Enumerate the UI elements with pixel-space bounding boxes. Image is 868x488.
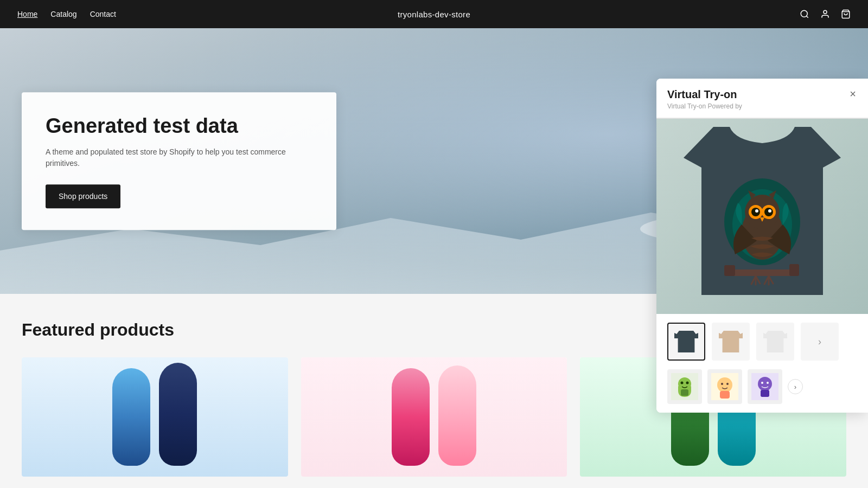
product-card-2[interactable] [301, 357, 567, 477]
nav-icon-group [800, 9, 851, 19]
brand-name: tryonlabs-dev-store [398, 10, 470, 19]
user-icon [820, 9, 830, 19]
svg-point-42 [761, 382, 763, 384]
tryon-subtitle: Virtual Try-on Powered by [667, 102, 857, 110]
virtual-tryon-panel: Virtual Try-on Virtual Try-on Powered by… [656, 79, 868, 413]
hero-card: Generated test data A theme and populate… [22, 92, 336, 230]
bottom-thumbnails-scroll-right[interactable]: › [788, 379, 803, 394]
tryon-close-button[interactable]: × [845, 86, 860, 101]
product-image-2 [301, 357, 567, 477]
svg-point-41 [758, 377, 772, 391]
svg-point-33 [686, 382, 689, 384]
svg-line-1 [806, 16, 808, 17]
bottom-thumb-3[interactable] [748, 369, 782, 404]
svg-point-37 [721, 383, 723, 385]
svg-point-25 [755, 209, 758, 213]
bottom-thumb-1-image [671, 373, 698, 400]
navigation: Home Catalog Contact tryonlabs-dev-store [0, 0, 868, 28]
thumbnail-more[interactable]: › [801, 323, 839, 361]
tryon-thumbnail-strip: › [656, 314, 868, 369]
svg-point-38 [726, 383, 729, 385]
cart-button[interactable] [841, 9, 851, 19]
owl-tshirt-svg [681, 124, 844, 309]
bottom-thumb-2-image [711, 373, 738, 400]
search-icon [800, 9, 809, 19]
svg-rect-27 [730, 269, 795, 276]
svg-point-26 [768, 209, 771, 213]
mini-tshirt-dark-icon [674, 331, 698, 352]
svg-point-2 [824, 10, 827, 14]
tryon-product-display [656, 119, 868, 314]
nav-links: Home Catalog Contact [17, 10, 116, 18]
thumbnail-white-shirt[interactable] [756, 323, 794, 361]
product-image-1 [22, 357, 288, 477]
cart-icon [841, 9, 851, 19]
svg-rect-34 [681, 389, 688, 396]
thumbnail-beige-shirt[interactable] [712, 323, 750, 361]
account-button[interactable] [820, 9, 830, 19]
svg-rect-44 [761, 390, 769, 397]
chevron-right-icon: › [794, 383, 796, 391]
tryon-title: Virtual Try-on [667, 88, 857, 101]
shop-products-button[interactable]: Shop products [46, 184, 120, 208]
svg-point-0 [801, 10, 807, 17]
mini-tshirt-white-icon [763, 331, 787, 352]
board-shape-a [112, 368, 150, 466]
svg-point-43 [767, 382, 769, 384]
svg-point-32 [681, 382, 684, 384]
nav-link-contact[interactable]: Contact [90, 10, 116, 18]
svg-point-36 [717, 377, 732, 393]
board-shape-pink-b [438, 365, 476, 466]
nav-link-catalog[interactable]: Catalog [50, 10, 76, 18]
board-shape-pink-a [392, 368, 430, 466]
mini-tshirt-beige-icon [719, 331, 743, 352]
svg-rect-28 [724, 265, 735, 276]
nav-link-home[interactable]: Home [17, 10, 37, 18]
thumbnail-dark-shirt[interactable] [667, 323, 705, 361]
search-button[interactable] [800, 9, 809, 19]
product-card-1[interactable] [22, 357, 288, 477]
bottom-thumb-2[interactable] [707, 369, 742, 404]
tryon-bottom-product-row: › [656, 369, 868, 413]
svg-rect-39 [720, 391, 730, 399]
hero-title: Generated test data [46, 114, 312, 139]
tryon-header: Virtual Try-on Virtual Try-on Powered by… [656, 79, 868, 118]
bottom-thumb-1[interactable] [667, 369, 702, 404]
bottom-thumb-3-image [751, 373, 778, 400]
hero-subtitle: A theme and populated test store by Shop… [46, 146, 312, 169]
svg-rect-29 [789, 264, 799, 276]
board-shape-b [159, 363, 197, 466]
